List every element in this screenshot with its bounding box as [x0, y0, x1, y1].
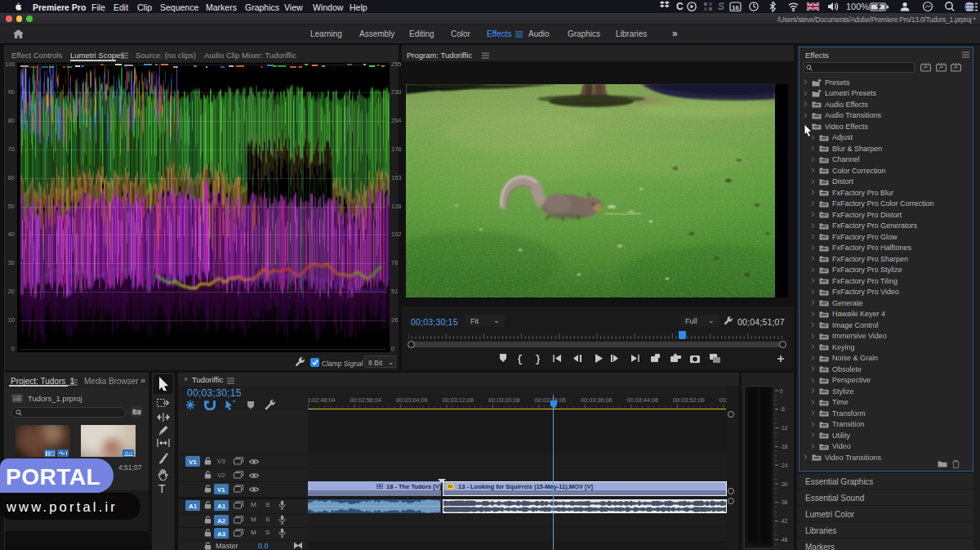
- svg-text:-48: -48: [780, 537, 788, 543]
- svg-text:00;03;04;06: 00;03;04;06: [396, 396, 428, 404]
- svg-text:00;03;12;06: 00;03;12;06: [443, 396, 474, 404]
- svg-text:-24: -24: [780, 463, 788, 468]
- svg-text:00;03;52;06: 00;03;52;06: [673, 396, 705, 404]
- svg-text:100%: 100%: [846, 2, 869, 11]
- svg-text:-30: -30: [780, 481, 788, 487]
- svg-text:00;02;56;04: 00;02;56;04: [350, 396, 382, 404]
- svg-text:-36: -36: [780, 499, 788, 505]
- svg-text:C: C: [676, 1, 684, 12]
- svg-text:00;02;48;04: 00;02;48;04: [308, 396, 336, 404]
- svg-text:0: 0: [780, 388, 783, 394]
- svg-text:-42: -42: [780, 518, 788, 524]
- svg-text:00;03;44;06: 00;03;44;06: [627, 396, 659, 404]
- svg-text:-18: -18: [780, 444, 788, 449]
- svg-text:00;04;0: 00;04;0: [719, 396, 728, 404]
- svg-text:16: 16: [732, 4, 739, 11]
- svg-text:-12: -12: [780, 425, 788, 431]
- svg-text:{: {: [517, 354, 523, 365]
- svg-text:-6: -6: [780, 406, 785, 412]
- svg-text:S: S: [718, 1, 724, 12]
- svg-text:}: }: [535, 354, 541, 365]
- svg-text:00;03;36;06: 00;03;36;06: [581, 396, 612, 404]
- svg-text:00;03;20;06: 00;03;20;06: [488, 396, 520, 404]
